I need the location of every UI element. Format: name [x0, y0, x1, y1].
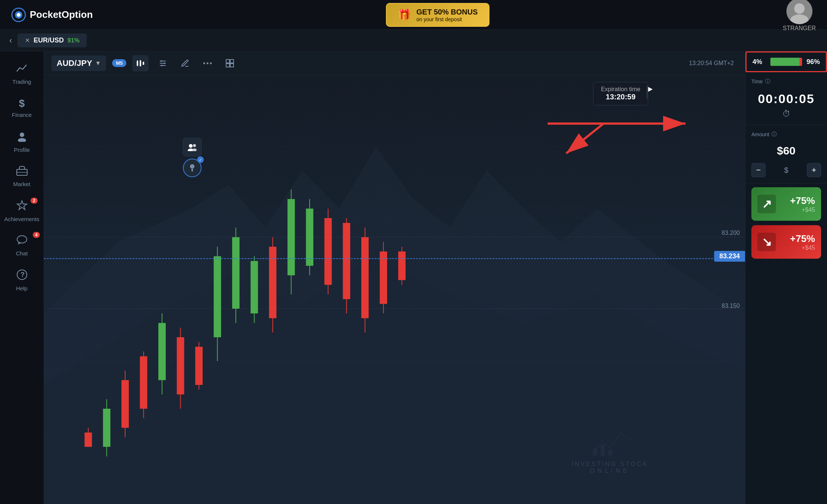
svg-point-21 — [161, 60, 162, 62]
trading-icon — [16, 63, 28, 76]
finance-icon: $ — [19, 98, 25, 109]
svg-rect-13 — [137, 61, 138, 66]
sell-button[interactable]: ↘ +75% +$45 — [751, 225, 821, 259]
main-body: Trading $ Finance Profile — [0, 51, 827, 504]
sidebar-item-market[interactable]: Market — [0, 161, 44, 192]
chart-background: 83.200 83.150 83.234 Expiration time 13:… — [44, 75, 745, 504]
logo-icon — [11, 7, 26, 22]
svg-point-25 — [207, 62, 209, 64]
current-price-label: 83.234 — [714, 251, 745, 262]
time-section: Time ⓘ 00:00:05 ⏱ — [745, 72, 827, 125]
sell-pct-area: +75% +$45 — [790, 233, 815, 251]
chart-mountain-svg — [44, 75, 745, 504]
amount-currency-symbol: $ — [769, 166, 804, 175]
time-info-icon[interactable]: ⓘ — [765, 78, 770, 85]
svg-rect-30 — [230, 64, 234, 67]
expiration-box: Expiration time 13:20:59 — [593, 82, 648, 105]
svg-rect-74 — [398, 252, 406, 280]
amount-info-icon[interactable]: ⓘ — [771, 131, 777, 138]
amount-decrease-btn[interactable]: − — [751, 163, 766, 177]
pencil-btn[interactable] — [177, 55, 193, 71]
tab-eurusd[interactable]: ✕ EUR/USD 91% — [18, 34, 87, 47]
top-header: PocketOption 🎁 GET 50% BONUS on your fir… — [0, 0, 827, 30]
header-center: 🎁 GET 50% BONUS on your first deposit — [93, 3, 783, 27]
svg-rect-72 — [380, 252, 387, 304]
svg-point-78 — [189, 144, 193, 148]
tab-arrow-left[interactable]: ‹ — [7, 34, 14, 47]
social-users-btn[interactable] — [183, 138, 202, 156]
svg-rect-52 — [195, 347, 203, 385]
achievements-badge: 2 — [31, 198, 38, 204]
chart-tooltip-btn[interactable]: ✓ — [183, 159, 202, 177]
chat-icon — [16, 235, 28, 248]
svg-rect-62 — [288, 199, 295, 275]
svg-rect-64 — [306, 208, 313, 266]
svg-rect-28 — [230, 60, 234, 63]
sidebar-finance-label: Finance — [12, 112, 32, 118]
svg-rect-54 — [214, 256, 221, 337]
sidebar-item-help[interactable]: ? Help — [0, 265, 44, 296]
progress-pct-left: 4% — [752, 58, 767, 66]
sell-pct-main: +75% — [790, 233, 815, 245]
pair-dropdown-icon: ▼ — [95, 60, 101, 67]
svg-rect-27 — [226, 60, 229, 63]
buy-button[interactable]: ↗ +75% +$45 — [751, 187, 821, 221]
user-name: STRANGER — [783, 25, 816, 32]
svg-rect-58 — [251, 261, 258, 313]
chart-overlay-buttons: ✓ — [183, 138, 202, 177]
svg-rect-14 — [140, 60, 141, 66]
buy-pct-sub: +$45 — [790, 207, 815, 213]
svg-point-3 — [794, 3, 805, 14]
svg-point-80 — [193, 144, 196, 147]
price-label-83200: 83.200 — [722, 230, 740, 236]
tab-close-icon[interactable]: ✕ — [25, 37, 30, 44]
sidebar-item-finance[interactable]: $ Finance — [0, 93, 44, 122]
help-icon: ? — [16, 269, 28, 283]
chart-canvas: 83.200 83.150 83.234 Expiration time 13:… — [44, 75, 745, 504]
settings-btn[interactable] — [155, 55, 171, 71]
svg-rect-68 — [343, 223, 350, 299]
time-label: Time ⓘ — [751, 78, 821, 85]
buy-arrow-icon: ↗ — [757, 195, 776, 213]
svg-rect-15 — [143, 62, 144, 65]
tab-pct: 91% — [67, 37, 79, 44]
tab-bar: ‹ ✕ EUR/USD 91% — [0, 30, 827, 51]
progress-bar-container: 4% 96% — [752, 58, 820, 66]
svg-rect-40 — [85, 433, 92, 447]
progress-bar-section: 4% 96% — [745, 51, 827, 72]
svg-point-23 — [161, 65, 163, 66]
layout-btn[interactable] — [222, 55, 238, 71]
time-display: 00:00:05 — [751, 89, 821, 109]
sidebar-item-chat[interactable]: 4 Chat — [0, 230, 44, 261]
sidebar-profile-label: Profile — [14, 147, 30, 153]
bonus-button[interactable]: 🎁 GET 50% BONUS on your first deposit — [386, 3, 489, 27]
amount-label: Amount ⓘ — [751, 131, 821, 138]
buy-pct-area: +75% +$45 — [790, 195, 815, 213]
sidebar-item-profile[interactable]: Profile — [0, 126, 44, 157]
svg-rect-44 — [121, 380, 129, 428]
progress-bar-fill — [770, 58, 799, 66]
amount-display: $60 — [751, 141, 821, 160]
chart-type-btn[interactable] — [132, 55, 149, 71]
chat-badge: 4 — [33, 232, 40, 238]
svg-marker-9 — [17, 201, 27, 210]
timeframe-badge[interactable]: M5 — [112, 59, 126, 67]
sidebar-item-achievements[interactable]: 2 Achievements — [0, 195, 44, 227]
user-area[interactable]: STRANGER — [783, 0, 816, 32]
expiration-label: Expiration time — [601, 86, 640, 93]
progress-pct-right: 96% — [805, 58, 820, 66]
svg-rect-56 — [232, 237, 240, 309]
svg-rect-29 — [226, 64, 229, 67]
pair-selector[interactable]: AUD/JPY ▼ — [51, 55, 106, 71]
progress-bar-track — [770, 58, 802, 66]
svg-point-26 — [210, 62, 212, 64]
sidebar-trading-label: Trading — [12, 79, 31, 85]
sidebar-item-trading[interactable]: Trading — [0, 59, 44, 89]
market-icon — [16, 166, 28, 179]
svg-rect-46 — [140, 356, 148, 409]
more-btn[interactable] — [199, 55, 216, 71]
amount-increase-btn[interactable]: + — [807, 163, 821, 177]
clock-icon[interactable]: ⏱ — [751, 109, 821, 119]
sidebar-help-label: Help — [16, 285, 28, 291]
chart-toolbar: AUD/JPY ▼ M5 — [44, 51, 745, 75]
